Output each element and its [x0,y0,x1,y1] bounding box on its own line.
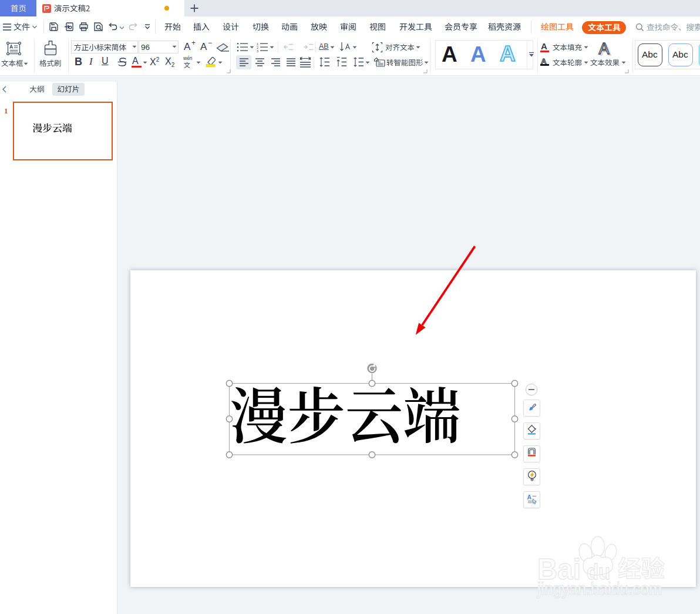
svg-text:3: 3 [257,49,258,53]
svg-text:A: A [541,57,547,65]
svg-text:A: A [527,494,532,501]
svg-text:A: A [599,40,610,56]
svg-text:A: A [500,42,516,64]
svg-text:jingyan.baidu.com: jingyan.baidu.com [537,579,662,598]
